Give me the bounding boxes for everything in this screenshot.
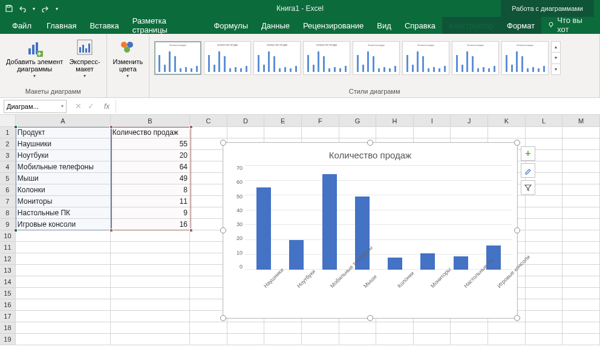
cell[interactable]	[562, 150, 600, 161]
row-header[interactable]: 3	[0, 150, 16, 161]
cell[interactable]: Количество продаж	[111, 127, 190, 138]
column-header[interactable]: D	[227, 115, 265, 126]
tab-help[interactable]: Справка	[398, 17, 442, 34]
cell[interactable]	[562, 219, 600, 230]
cell[interactable]	[16, 322, 111, 334]
tab-data[interactable]: Данные	[255, 17, 296, 34]
cell[interactable]	[302, 334, 339, 345]
chart-style-6[interactable]: Количество продаж	[402, 41, 449, 75]
cell[interactable]	[227, 322, 265, 334]
column-header[interactable]: A	[16, 115, 111, 126]
column-header[interactable]: K	[488, 115, 526, 126]
enter-icon[interactable]: ✓	[88, 102, 94, 111]
cell[interactable]	[526, 311, 563, 322]
cell[interactable]: Настольные ПК	[16, 207, 111, 219]
cell[interactable]	[526, 219, 563, 230]
cell[interactable]	[16, 288, 111, 299]
cell[interactable]	[526, 322, 563, 334]
cell[interactable]	[190, 322, 227, 334]
tab-page-layout[interactable]: Разметка страницы	[126, 17, 207, 34]
row-header[interactable]: 15	[0, 288, 16, 299]
cell[interactable]	[264, 334, 302, 345]
gallery-more[interactable]: ▾	[552, 64, 560, 74]
cell[interactable]	[562, 161, 600, 173]
name-box[interactable]: Диаграм... ▾	[4, 100, 67, 113]
chart-style-2[interactable]: КОЛИЧЕСТВО ПРОДАЖ	[204, 41, 251, 75]
cell[interactable]	[111, 253, 190, 265]
cell[interactable]	[190, 150, 227, 161]
cell[interactable]: 49	[111, 173, 190, 184]
undo-dropdown-icon[interactable]: ▾	[31, 4, 36, 13]
cell[interactable]	[562, 207, 600, 219]
cell[interactable]	[190, 127, 227, 138]
cell[interactable]	[526, 230, 563, 242]
cell[interactable]	[562, 276, 600, 288]
cell[interactable]	[16, 276, 111, 288]
cell[interactable]	[562, 242, 600, 253]
column-header[interactable]: C	[190, 115, 227, 126]
redo-icon[interactable]	[41, 4, 50, 13]
gallery-scroll-down[interactable]: ▾	[552, 53, 560, 63]
cell[interactable]	[451, 322, 488, 334]
cell[interactable]	[111, 334, 190, 345]
row-header[interactable]: 9	[0, 219, 16, 230]
cell[interactable]	[414, 322, 451, 334]
cell[interactable]	[16, 299, 111, 311]
cell[interactable]	[488, 127, 526, 138]
cell[interactable]: 8	[111, 184, 190, 196]
cell[interactable]	[264, 322, 302, 334]
cell[interactable]	[562, 184, 600, 196]
tab-home[interactable]: Главная	[40, 17, 83, 34]
chart-bar[interactable]	[256, 187, 271, 270]
cell[interactable]	[111, 230, 190, 242]
cell[interactable]	[526, 265, 563, 276]
cell[interactable]: 55	[111, 138, 190, 150]
cell[interactable]	[451, 334, 488, 345]
cell[interactable]	[376, 127, 414, 138]
tab-insert[interactable]: Вставка	[83, 17, 125, 34]
cell[interactable]	[526, 288, 563, 299]
cell[interactable]: Мониторы	[16, 196, 111, 207]
cell[interactable]: Наушники	[16, 138, 111, 150]
tell-me[interactable]: Что вы хот	[541, 16, 600, 34]
cell[interactable]	[526, 242, 563, 253]
chart-bar[interactable]	[454, 256, 468, 270]
column-header[interactable]: L	[526, 115, 563, 126]
cell[interactable]: Мобильные телефоны	[16, 161, 111, 173]
cell[interactable]	[526, 253, 563, 265]
cell[interactable]	[111, 265, 190, 276]
cell[interactable]	[264, 127, 302, 138]
cell[interactable]	[376, 334, 414, 345]
row-header[interactable]: 5	[0, 173, 16, 184]
select-all-corner[interactable]	[0, 115, 16, 126]
tab-format[interactable]: Формат	[500, 17, 541, 34]
add-chart-element-button[interactable]: Добавить элемент диаграммы ▾	[4, 36, 65, 80]
chart-bar[interactable]	[388, 258, 402, 270]
cell[interactable]	[227, 334, 265, 345]
chart-style-1[interactable]: Количество продаж	[154, 41, 201, 75]
column-header[interactable]: F	[302, 115, 339, 126]
cell[interactable]	[16, 311, 111, 322]
cell[interactable]	[414, 334, 451, 345]
cell[interactable]	[562, 196, 600, 207]
cell[interactable]	[562, 299, 600, 311]
column-header[interactable]: J	[451, 115, 488, 126]
tab-design[interactable]: Конструктор	[442, 17, 500, 34]
cancel-icon[interactable]: ✕	[75, 102, 82, 111]
cell[interactable]	[16, 265, 111, 276]
cell[interactable]	[562, 230, 600, 242]
cell[interactable]	[562, 138, 600, 150]
quick-layout-button[interactable]: Экспресс- макет ▾	[67, 36, 102, 80]
cell[interactable]	[190, 242, 227, 253]
cell[interactable]: 11	[111, 196, 190, 207]
cell[interactable]	[190, 184, 227, 196]
cell[interactable]	[16, 230, 111, 242]
row-header[interactable]: 13	[0, 265, 16, 276]
tab-file[interactable]: Файл	[4, 17, 40, 34]
cell[interactable]	[526, 207, 563, 219]
chart-bar[interactable]	[289, 240, 304, 270]
row-header[interactable]: 19	[0, 334, 16, 345]
cell[interactable]: Продукт	[16, 127, 111, 138]
cell[interactable]	[526, 196, 563, 207]
tab-formulas[interactable]: Формулы	[207, 17, 255, 34]
